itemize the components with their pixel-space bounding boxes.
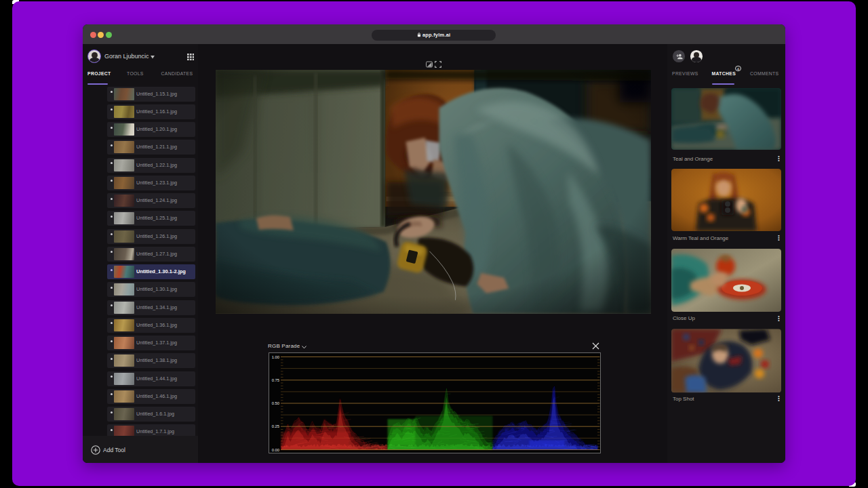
svg-text:0.00: 0.00 <box>271 448 279 452</box>
svg-text:0.25: 0.25 <box>271 424 279 428</box>
svg-text:0.75: 0.75 <box>271 378 279 382</box>
svg-text:0.50: 0.50 <box>271 401 279 405</box>
svg-text:1.00: 1.00 <box>271 355 279 359</box>
